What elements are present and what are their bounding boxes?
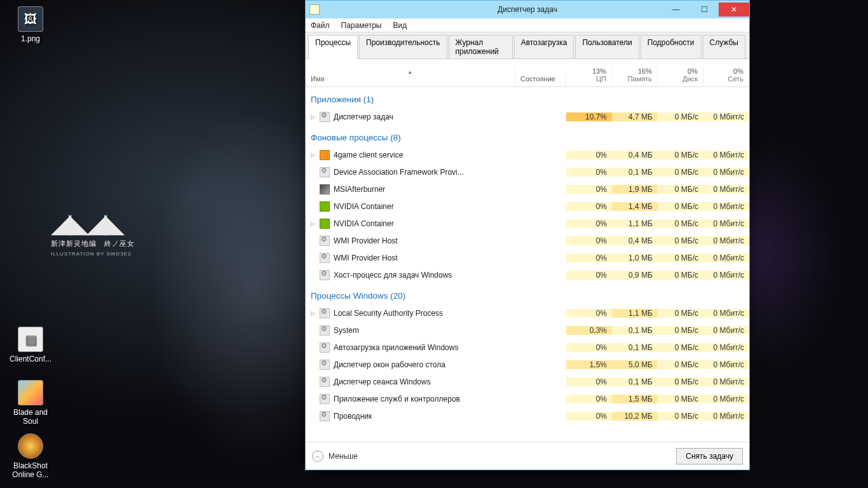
process-icon bbox=[320, 112, 330, 122]
cpu-value: 0% bbox=[566, 395, 612, 403]
cpu-value: 0% bbox=[566, 202, 612, 211]
wallpaper-logo: ◢◣◢◣ 新津新灵地编 終ノ巫女 ILLUSTRATION BY SWD3E2 bbox=[51, 210, 135, 257]
process-row[interactable]: ▷Local Security Authority Process0%1,1 М… bbox=[306, 304, 749, 322]
process-icon bbox=[320, 150, 330, 160]
cpu-value: 0% bbox=[566, 236, 612, 245]
process-name: Диспетчер сеанса Windows bbox=[334, 377, 515, 386]
tab-подробности[interactable]: Подробности bbox=[641, 35, 702, 58]
menu-options[interactable]: Параметры bbox=[341, 21, 382, 30]
expand-toggle-icon[interactable]: ▷ bbox=[306, 152, 320, 158]
memory-value: 5,0 МБ bbox=[612, 360, 658, 369]
network-value: 0 Мбит/с bbox=[703, 185, 749, 194]
desktop-icon-blackshot[interactable]: BlackShot Online G... bbox=[6, 433, 55, 479]
process-name: NVIDIA Container bbox=[334, 202, 515, 211]
tab-производительность[interactable]: Производительность bbox=[359, 35, 447, 58]
tab-процессы[interactable]: Процессы bbox=[308, 35, 358, 59]
memory-value: 1,4 МБ bbox=[612, 202, 658, 211]
app-icon bbox=[18, 433, 43, 459]
cpu-value: 0% bbox=[566, 168, 612, 177]
columns-header: ▴ Имя Состояние 13% ЦП 16% Память 0% Дис… bbox=[306, 59, 749, 87]
maximize-button[interactable]: ☐ bbox=[690, 3, 719, 17]
desktop-icon-bladeandsoul[interactable]: Blade and Soul bbox=[6, 380, 55, 426]
memory-value: 1,5 МБ bbox=[612, 395, 658, 403]
process-row[interactable]: Хост-процесс для задач Windows0%0,9 МБ0 … bbox=[306, 266, 749, 283]
network-value: 0 Мбит/с bbox=[703, 309, 749, 318]
end-task-button[interactable]: Снять задачу bbox=[676, 448, 743, 464]
process-row[interactable]: Диспетчер окон рабочего стола1,5%5,0 МБ0… bbox=[306, 356, 749, 373]
column-disk[interactable]: 0% Диск bbox=[658, 65, 703, 86]
process-name: Автозагрузка приложений Windows bbox=[334, 343, 515, 352]
cpu-value: 0% bbox=[566, 412, 612, 421]
process-row[interactable]: MSIAfterburner0%1,9 МБ0 МБ/с0 Мбит/с bbox=[306, 180, 749, 198]
process-icon bbox=[320, 342, 330, 353]
memory-value: 0,1 МБ bbox=[612, 168, 658, 177]
network-value: 0 Мбит/с bbox=[703, 254, 749, 262]
cpu-value: 10,7% bbox=[566, 112, 612, 121]
process-row[interactable]: WMI Provider Host0%0,4 МБ0 МБ/с0 Мбит/с bbox=[306, 232, 749, 249]
desktop-icon-clientconf[interactable]: ▤ ClientConf... bbox=[6, 327, 55, 363]
process-row[interactable]: NVIDIA Container0%1,4 МБ0 МБ/с0 Мбит/с bbox=[306, 198, 749, 215]
process-row[interactable]: Диспетчер сеанса Windows0%0,1 МБ0 МБ/с0 … bbox=[306, 373, 749, 390]
process-icon bbox=[320, 360, 330, 370]
tab-службы[interactable]: Службы bbox=[703, 35, 745, 58]
disk-value: 0 МБ/с bbox=[658, 254, 703, 262]
process-name: Хост-процесс для задач Windows bbox=[334, 271, 515, 280]
network-value: 0 Мбит/с bbox=[703, 151, 749, 159]
icon-label: BlackShot Online G... bbox=[6, 461, 55, 479]
memory-value: 4,7 МБ bbox=[612, 112, 658, 121]
process-row[interactable]: ▷Диспетчер задач10,7%4,7 МБ0 МБ/с0 Мбит/… bbox=[306, 108, 749, 125]
window-controls: — ☐ ✕ bbox=[661, 3, 749, 17]
process-name: Диспетчер задач bbox=[334, 112, 515, 121]
group-header: Приложения (1) bbox=[306, 87, 749, 108]
process-icon bbox=[320, 394, 330, 404]
process-row[interactable]: ▷4game client service0%0,4 МБ0 МБ/с0 Мби… bbox=[306, 146, 749, 163]
process-row[interactable]: Автозагрузка приложений Windows0%0,1 МБ0… bbox=[306, 339, 749, 356]
expand-toggle-icon[interactable]: ▷ bbox=[306, 220, 320, 227]
process-name: Device Association Framework Provi... bbox=[334, 168, 515, 177]
disk-value: 0 МБ/с bbox=[658, 326, 703, 335]
column-memory[interactable]: 16% Память bbox=[612, 65, 658, 86]
tab-автозагрузка[interactable]: Автозагрузка bbox=[514, 35, 574, 58]
expand-toggle-icon[interactable]: ▷ bbox=[306, 114, 320, 120]
process-row[interactable]: Device Association Framework Provi...0%0… bbox=[306, 163, 749, 180]
desktop-icon-1png[interactable]: 🖼 1.png bbox=[6, 6, 55, 43]
icon-label: 1.png bbox=[6, 34, 55, 43]
group-header: Процессы Windows (20) bbox=[306, 283, 749, 304]
process-row[interactable]: WMI Provider Host0%1,0 МБ0 МБ/с0 Мбит/с bbox=[306, 249, 749, 266]
expand-toggle-icon[interactable]: ▷ bbox=[306, 310, 320, 316]
app-icon bbox=[18, 380, 43, 405]
column-status[interactable]: Состояние bbox=[515, 72, 566, 86]
network-value: 0 Мбит/с bbox=[703, 168, 749, 177]
file-icon: ▤ bbox=[18, 327, 43, 352]
process-row[interactable]: System0,3%0,1 МБ0 МБ/с0 Мбит/с bbox=[306, 322, 749, 339]
process-icon bbox=[320, 236, 330, 246]
process-list[interactable]: Приложения (1)▷Диспетчер задач10,7%4,7 М… bbox=[306, 87, 749, 442]
cpu-value: 0% bbox=[566, 377, 612, 386]
tab-пользователи[interactable]: Пользователи bbox=[575, 35, 639, 58]
fewer-details-button[interactable]: ︿ Меньше bbox=[312, 451, 358, 462]
disk-value: 0 МБ/с bbox=[658, 185, 703, 194]
network-value: 0 Мбит/с bbox=[703, 326, 749, 335]
network-value: 0 Мбит/с bbox=[703, 343, 749, 352]
process-row[interactable]: Приложение служб и контроллеров0%1,5 МБ0… bbox=[306, 390, 749, 407]
tab-журнал приложений[interactable]: Журнал приложений bbox=[449, 35, 513, 58]
disk-value: 0 МБ/с bbox=[658, 236, 703, 245]
process-row[interactable]: Проводник0%10,2 МБ0 МБ/с0 Мбит/с bbox=[306, 407, 749, 424]
disk-value: 0 МБ/с bbox=[658, 377, 703, 386]
column-cpu[interactable]: 13% ЦП bbox=[566, 65, 612, 86]
menu-view[interactable]: Вид bbox=[393, 21, 407, 30]
memory-value: 0,9 МБ bbox=[612, 271, 658, 280]
footer: ︿ Меньше Снять задачу bbox=[306, 442, 749, 470]
column-network[interactable]: 0% Сеть bbox=[703, 65, 749, 86]
network-value: 0 Мбит/с bbox=[703, 377, 749, 386]
close-button[interactable]: ✕ bbox=[719, 3, 749, 17]
column-name[interactable]: ▴ Имя bbox=[306, 66, 515, 86]
menu-file[interactable]: Файл bbox=[311, 21, 330, 30]
cpu-value: 1,5% bbox=[566, 360, 612, 369]
network-value: 0 Мбит/с bbox=[703, 202, 749, 211]
titlebar[interactable]: Диспетчер задач — ☐ ✕ bbox=[306, 1, 749, 18]
process-row[interactable]: ▷NVIDIA Container0%1,1 МБ0 МБ/с0 Мбит/с bbox=[306, 215, 749, 232]
memory-value: 1,0 МБ bbox=[612, 254, 658, 262]
disk-value: 0 МБ/с bbox=[658, 219, 703, 228]
minimize-button[interactable]: — bbox=[661, 3, 690, 17]
